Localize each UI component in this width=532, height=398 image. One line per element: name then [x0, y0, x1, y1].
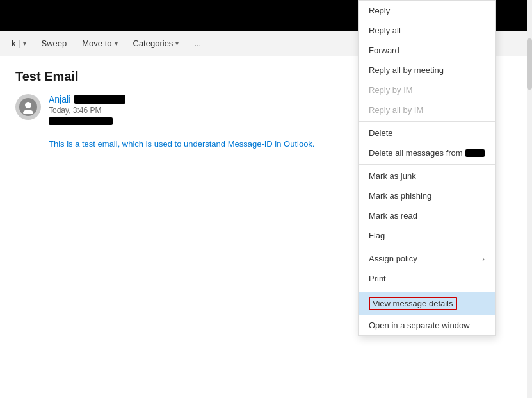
junk-chevron: ▾: [23, 40, 26, 47]
toolbar-categories[interactable]: Categories ▾: [129, 36, 183, 51]
menu-item-reply-all-by-im: Reply all by IM: [359, 100, 495, 120]
delete-all-label: Delete all messages from: [369, 148, 463, 158]
open-separate-label: Open in a separate window: [369, 320, 470, 330]
print-label: Print: [369, 274, 386, 283]
sender-time: Today, 3:46 PM: [49, 106, 125, 115]
divider-3: [359, 247, 495, 247]
junk-label: k |: [12, 38, 20, 48]
menu-item-mark-junk[interactable]: Mark as junk: [359, 166, 495, 186]
menu-item-reply-all-meeting[interactable]: Reply all by meeting: [359, 60, 495, 80]
menu-item-flag[interactable]: Flag: [359, 226, 495, 245]
menu-item-mark-phishing[interactable]: Mark as phishing: [359, 186, 495, 206]
sender-email-redacted: [49, 117, 113, 125]
reply-all-label: Reply all: [369, 26, 401, 35]
menu-item-reply-by-im: Reply by IM: [359, 80, 495, 100]
menu-item-delete-all[interactable]: Delete all messages from: [359, 143, 495, 163]
menu-item-delete[interactable]: Delete: [359, 123, 495, 143]
context-menu: Reply Reply all Forward Reply all by mee…: [358, 0, 496, 336]
flag-label: Flag: [369, 231, 385, 240]
toolbar-junk[interactable]: k | ▾: [8, 36, 30, 51]
sender-name: Anjali: [49, 94, 125, 104]
reply-all-meeting-label: Reply all by meeting: [369, 65, 444, 75]
toolbar-sweep[interactable]: Sweep: [38, 36, 71, 51]
email-area: Test Email Anjali Today, 3:46 PM This is…: [0, 56, 359, 163]
svg-point-1: [23, 110, 33, 114]
divider-4: [359, 290, 495, 290]
sender-info: Anjali Today, 3:46 PM: [49, 94, 125, 125]
email-body: This is a test email, which is used to u…: [15, 138, 343, 151]
delete-label: Delete: [369, 128, 393, 138]
view-message-details-label: View message details: [369, 297, 457, 310]
assign-policy-label: Assign policy: [369, 254, 417, 263]
toolbar-more[interactable]: ...: [190, 36, 205, 51]
toolbar-moveto[interactable]: Move to ▾: [78, 36, 121, 51]
reply-label: Reply: [369, 6, 390, 15]
menu-item-reply-all[interactable]: Reply all: [359, 21, 495, 40]
categories-chevron: ▾: [175, 40, 179, 47]
moveto-chevron: ▾: [115, 40, 118, 47]
forward-label: Forward: [369, 46, 399, 55]
reply-by-im-label: Reply by IM: [369, 85, 413, 95]
menu-item-forward[interactable]: Forward: [359, 40, 495, 60]
sender-row: Anjali Today, 3:46 PM: [15, 94, 343, 125]
menu-item-open-separate[interactable]: Open in a separate window: [359, 315, 495, 335]
reply-all-by-im-label: Reply all by IM: [369, 105, 423, 115]
svg-point-0: [25, 102, 31, 108]
avatar: [15, 94, 41, 120]
mark-read-label: Mark as read: [369, 211, 417, 220]
menu-item-assign-policy[interactable]: Assign policy ›: [359, 249, 495, 269]
more-label: ...: [194, 38, 201, 48]
menu-item-view-message-details[interactable]: View message details: [359, 292, 495, 315]
menu-item-mark-read[interactable]: Mark as read: [359, 206, 495, 226]
moveto-label: Move to: [82, 38, 111, 48]
mark-junk-label: Mark as junk: [369, 171, 416, 181]
sender-name-redacted: [74, 95, 125, 104]
categories-label: Categories: [133, 38, 173, 48]
menu-item-print[interactable]: Print: [359, 269, 495, 288]
email-subject: Test Email: [15, 69, 343, 84]
sender-first-name: Anjali: [49, 94, 70, 104]
avatar-icon: [19, 98, 37, 116]
assign-policy-arrow: ›: [482, 255, 485, 263]
divider-1: [359, 121, 495, 122]
menu-item-reply[interactable]: Reply: [359, 1, 495, 21]
scrollbar[interactable]: [527, 0, 532, 398]
scrollbar-thumb[interactable]: [527, 38, 532, 90]
mark-phishing-label: Mark as phishing: [369, 191, 431, 201]
sweep-label: Sweep: [42, 38, 67, 48]
delete-all-name-redacted: [465, 149, 485, 157]
divider-2: [359, 164, 495, 165]
